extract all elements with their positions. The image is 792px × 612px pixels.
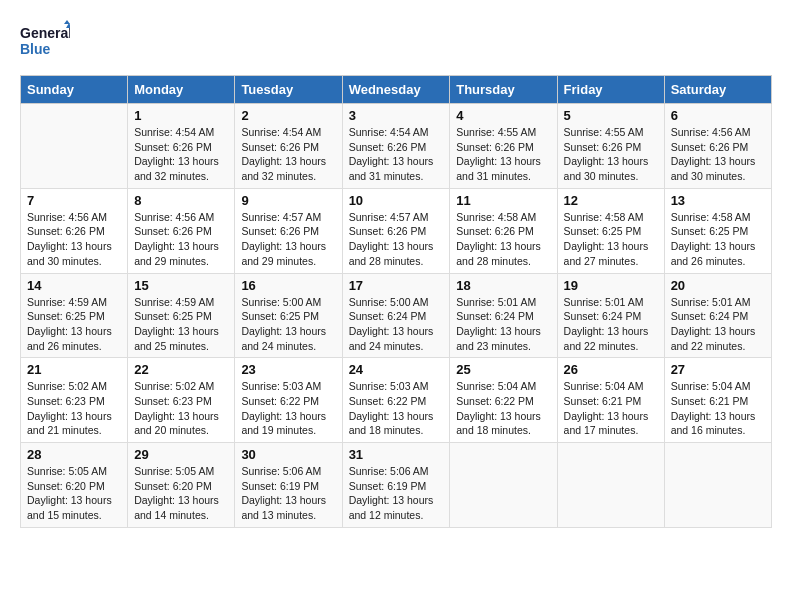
day-info: Sunrise: 4:56 AMSunset: 6:26 PMDaylight:… [27,210,121,269]
day-info: Sunrise: 4:59 AMSunset: 6:25 PMDaylight:… [134,295,228,354]
calendar-cell: 29Sunrise: 5:05 AMSunset: 6:20 PMDayligh… [128,443,235,528]
week-row-3: 14Sunrise: 4:59 AMSunset: 6:25 PMDayligh… [21,273,772,358]
day-info: Sunrise: 4:58 AMSunset: 6:25 PMDaylight:… [564,210,658,269]
week-row-2: 7Sunrise: 4:56 AMSunset: 6:26 PMDaylight… [21,188,772,273]
calendar-cell: 8Sunrise: 4:56 AMSunset: 6:26 PMDaylight… [128,188,235,273]
day-number: 7 [27,193,121,208]
calendar-cell: 5Sunrise: 4:55 AMSunset: 6:26 PMDaylight… [557,104,664,189]
calendar-cell [21,104,128,189]
weekday-header-saturday: Saturday [664,76,771,104]
day-info: Sunrise: 5:05 AMSunset: 6:20 PMDaylight:… [134,464,228,523]
day-number: 5 [564,108,658,123]
calendar-cell: 6Sunrise: 4:56 AMSunset: 6:26 PMDaylight… [664,104,771,189]
calendar-cell [557,443,664,528]
calendar-cell: 18Sunrise: 5:01 AMSunset: 6:24 PMDayligh… [450,273,557,358]
day-number: 14 [27,278,121,293]
day-info: Sunrise: 5:05 AMSunset: 6:20 PMDaylight:… [27,464,121,523]
day-info: Sunrise: 5:06 AMSunset: 6:19 PMDaylight:… [241,464,335,523]
logo: General Blue [20,20,70,65]
calendar-table: SundayMondayTuesdayWednesdayThursdayFrid… [20,75,772,528]
day-info: Sunrise: 4:58 AMSunset: 6:26 PMDaylight:… [456,210,550,269]
week-row-5: 28Sunrise: 5:05 AMSunset: 6:20 PMDayligh… [21,443,772,528]
calendar-cell: 7Sunrise: 4:56 AMSunset: 6:26 PMDaylight… [21,188,128,273]
weekday-header-wednesday: Wednesday [342,76,450,104]
calendar-cell: 3Sunrise: 4:54 AMSunset: 6:26 PMDaylight… [342,104,450,189]
day-info: Sunrise: 5:00 AMSunset: 6:25 PMDaylight:… [241,295,335,354]
calendar-cell: 17Sunrise: 5:00 AMSunset: 6:24 PMDayligh… [342,273,450,358]
day-number: 13 [671,193,765,208]
calendar-cell: 14Sunrise: 4:59 AMSunset: 6:25 PMDayligh… [21,273,128,358]
day-info: Sunrise: 5:01 AMSunset: 6:24 PMDaylight:… [456,295,550,354]
day-number: 4 [456,108,550,123]
day-info: Sunrise: 5:02 AMSunset: 6:23 PMDaylight:… [134,379,228,438]
day-number: 24 [349,362,444,377]
day-info: Sunrise: 4:54 AMSunset: 6:26 PMDaylight:… [349,125,444,184]
day-number: 31 [349,447,444,462]
weekday-header-monday: Monday [128,76,235,104]
day-info: Sunrise: 4:56 AMSunset: 6:26 PMDaylight:… [671,125,765,184]
day-info: Sunrise: 4:57 AMSunset: 6:26 PMDaylight:… [349,210,444,269]
day-number: 16 [241,278,335,293]
day-number: 8 [134,193,228,208]
svg-text:Blue: Blue [20,41,51,57]
day-info: Sunrise: 5:03 AMSunset: 6:22 PMDaylight:… [241,379,335,438]
day-info: Sunrise: 4:54 AMSunset: 6:26 PMDaylight:… [134,125,228,184]
day-info: Sunrise: 4:58 AMSunset: 6:25 PMDaylight:… [671,210,765,269]
calendar-cell: 11Sunrise: 4:58 AMSunset: 6:26 PMDayligh… [450,188,557,273]
day-info: Sunrise: 5:00 AMSunset: 6:24 PMDaylight:… [349,295,444,354]
logo-svg: General Blue [20,20,70,65]
day-number: 23 [241,362,335,377]
weekday-header-friday: Friday [557,76,664,104]
calendar-cell: 24Sunrise: 5:03 AMSunset: 6:22 PMDayligh… [342,358,450,443]
day-info: Sunrise: 5:04 AMSunset: 6:21 PMDaylight:… [564,379,658,438]
day-info: Sunrise: 4:56 AMSunset: 6:26 PMDaylight:… [134,210,228,269]
calendar-cell: 31Sunrise: 5:06 AMSunset: 6:19 PMDayligh… [342,443,450,528]
day-number: 2 [241,108,335,123]
day-number: 20 [671,278,765,293]
day-number: 28 [27,447,121,462]
day-info: Sunrise: 5:06 AMSunset: 6:19 PMDaylight:… [349,464,444,523]
weekday-header-sunday: Sunday [21,76,128,104]
calendar-cell: 23Sunrise: 5:03 AMSunset: 6:22 PMDayligh… [235,358,342,443]
day-info: Sunrise: 5:04 AMSunset: 6:21 PMDaylight:… [671,379,765,438]
day-number: 29 [134,447,228,462]
day-number: 26 [564,362,658,377]
day-number: 18 [456,278,550,293]
calendar-cell: 13Sunrise: 4:58 AMSunset: 6:25 PMDayligh… [664,188,771,273]
day-number: 12 [564,193,658,208]
day-info: Sunrise: 5:04 AMSunset: 6:22 PMDaylight:… [456,379,550,438]
day-number: 17 [349,278,444,293]
day-number: 9 [241,193,335,208]
calendar-cell: 25Sunrise: 5:04 AMSunset: 6:22 PMDayligh… [450,358,557,443]
day-info: Sunrise: 5:01 AMSunset: 6:24 PMDaylight:… [671,295,765,354]
calendar-cell: 27Sunrise: 5:04 AMSunset: 6:21 PMDayligh… [664,358,771,443]
day-info: Sunrise: 4:59 AMSunset: 6:25 PMDaylight:… [27,295,121,354]
day-number: 21 [27,362,121,377]
day-number: 19 [564,278,658,293]
day-info: Sunrise: 4:55 AMSunset: 6:26 PMDaylight:… [456,125,550,184]
week-row-1: 1Sunrise: 4:54 AMSunset: 6:26 PMDaylight… [21,104,772,189]
calendar-cell: 15Sunrise: 4:59 AMSunset: 6:25 PMDayligh… [128,273,235,358]
day-number: 27 [671,362,765,377]
day-info: Sunrise: 5:01 AMSunset: 6:24 PMDaylight:… [564,295,658,354]
calendar-cell: 16Sunrise: 5:00 AMSunset: 6:25 PMDayligh… [235,273,342,358]
calendar-cell [664,443,771,528]
day-info: Sunrise: 4:55 AMSunset: 6:26 PMDaylight:… [564,125,658,184]
day-number: 6 [671,108,765,123]
calendar-cell: 21Sunrise: 5:02 AMSunset: 6:23 PMDayligh… [21,358,128,443]
week-row-4: 21Sunrise: 5:02 AMSunset: 6:23 PMDayligh… [21,358,772,443]
day-number: 30 [241,447,335,462]
calendar-cell: 1Sunrise: 4:54 AMSunset: 6:26 PMDaylight… [128,104,235,189]
day-info: Sunrise: 4:57 AMSunset: 6:26 PMDaylight:… [241,210,335,269]
calendar-header: SundayMondayTuesdayWednesdayThursdayFrid… [21,76,772,104]
weekday-header-tuesday: Tuesday [235,76,342,104]
svg-text:General: General [20,25,70,41]
weekday-header-thursday: Thursday [450,76,557,104]
day-number: 10 [349,193,444,208]
day-number: 11 [456,193,550,208]
calendar-cell: 12Sunrise: 4:58 AMSunset: 6:25 PMDayligh… [557,188,664,273]
calendar-cell [450,443,557,528]
calendar-cell: 26Sunrise: 5:04 AMSunset: 6:21 PMDayligh… [557,358,664,443]
calendar-cell: 10Sunrise: 4:57 AMSunset: 6:26 PMDayligh… [342,188,450,273]
page-header: General Blue [20,20,772,65]
